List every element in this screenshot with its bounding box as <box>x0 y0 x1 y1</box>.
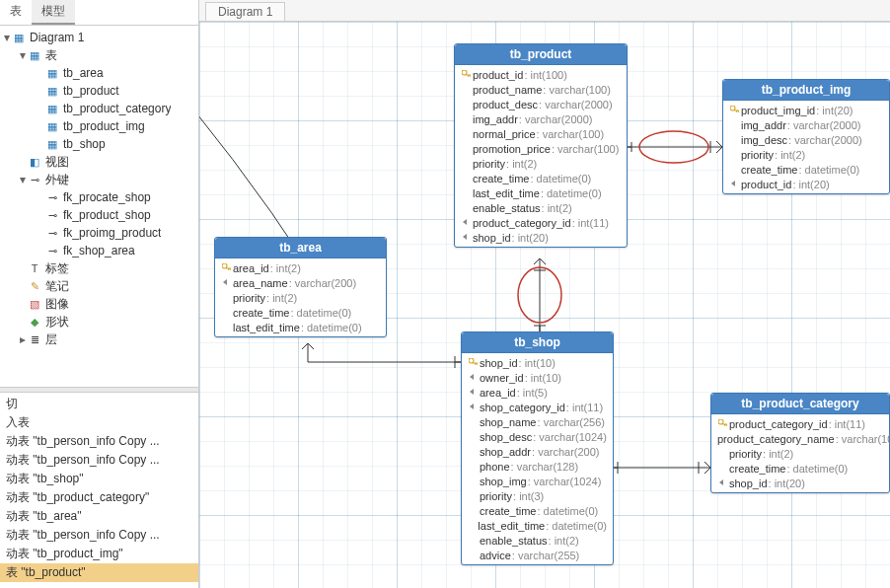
entity-field: promotion_pricevarchar(100) <box>455 141 627 156</box>
er-canvas[interactable]: tb_areaarea_idint(2)area_namevarchar(200… <box>199 22 890 588</box>
tree-notes-group[interactable]: ✎笔记 <box>0 277 198 295</box>
sidebar-tab-model[interactable]: 模型 <box>32 0 75 25</box>
field-type: int(20) <box>816 105 853 116</box>
entity-title: tb_product <box>455 44 627 65</box>
field-name: last_edit_time <box>473 187 540 199</box>
canvas-tab-diagram-1[interactable]: Diagram 1 <box>205 2 285 21</box>
field-name: create_time <box>473 173 529 184</box>
field-type: datetime(0) <box>537 505 598 517</box>
tree-table-tb-area[interactable]: ▦tb_area <box>0 64 198 82</box>
field-type: int(2) <box>542 202 572 214</box>
field-type: varchar(100) <box>552 143 619 155</box>
field-name: product_desc <box>473 99 538 110</box>
tree-fk-product-shop[interactable]: ⊸fk_product_shop <box>0 206 198 224</box>
field-name: product_category_id <box>473 217 571 229</box>
fk-icon: ⊸ <box>45 208 59 222</box>
tree-tables-group[interactable]: ▾▦ 表 <box>0 46 198 64</box>
field-type: int(20) <box>512 232 549 244</box>
field-name: priority <box>729 448 762 460</box>
field-name: priority <box>473 158 505 170</box>
tree-table-tb-product[interactable]: ▦tb_product <box>0 82 198 100</box>
entity-tb-product-img[interactable]: tb_product_imgproduct_img_idint(20)img_a… <box>722 79 890 194</box>
field-type: varchar(2000) <box>787 119 861 131</box>
entity-field: shop_category_idint(11) <box>462 400 613 414</box>
field-type: int(11) <box>829 418 865 430</box>
field-type: varchar(200) <box>289 277 356 289</box>
field-name: product_name <box>473 84 542 96</box>
tree-views-group[interactable]: ◧ 视图 <box>0 153 198 171</box>
field-type: datetime(0) <box>546 520 607 532</box>
history-item[interactable]: 动表 "tb_person_info Copy ... <box>0 526 198 545</box>
entity-tb-shop[interactable]: tb_shopshop_idint(10)owner_idint(10)area… <box>461 331 614 565</box>
field-name: priority <box>741 149 774 161</box>
entity-field: shop_addrvarchar(200) <box>462 444 613 459</box>
entity-title: tb_shop <box>462 332 613 353</box>
table-icon: ▦ <box>45 137 59 151</box>
tree-fks-group[interactable]: ▾⊸ 外键 <box>0 171 198 188</box>
svg-point-3 <box>518 267 561 323</box>
field-name: enable_status <box>480 535 548 547</box>
entity-tb-product[interactable]: tb_productproduct_idint(100)product_name… <box>454 43 628 248</box>
entity-field: priorityint(2) <box>723 147 889 162</box>
field-name: shop_name <box>480 416 537 428</box>
field-type: int(2) <box>506 158 537 170</box>
entity-field: shop_idint(20) <box>711 476 889 490</box>
table-icon: ▦ <box>45 66 59 80</box>
field-type: int(10) <box>519 357 556 369</box>
field-type: datetime(0) <box>786 463 848 475</box>
entity-field: advicevarchar(255) <box>462 548 613 562</box>
reference-icon <box>729 180 741 189</box>
entity-field: create_timedatetime(0) <box>723 162 889 177</box>
history-item[interactable]: 入表 <box>0 413 198 432</box>
field-type: int(11) <box>572 217 609 229</box>
tree-layers-group[interactable]: ▸≣层 <box>0 331 198 348</box>
field-type: int(100) <box>524 69 566 81</box>
field-name: shop_id <box>473 232 511 244</box>
entity-field: create_timedatetime(0) <box>455 171 627 185</box>
tree-table-tb-shop[interactable]: ▦tb_shop <box>0 135 198 153</box>
history-item[interactable]: 动表 "tb_shop" <box>0 470 198 488</box>
field-type: varchar(128) <box>511 461 578 473</box>
field-type: int(2) <box>763 448 793 460</box>
table-icon: ▦ <box>45 119 59 133</box>
sidebar-tab-tables[interactable]: 表 <box>0 0 32 25</box>
entity-field: last_edit_timedatetime(0) <box>455 185 627 200</box>
tree-tags-group[interactable]: T标签 <box>0 259 198 277</box>
tree-fk-procate-shop[interactable]: ⊸fk_procate_shop <box>0 188 198 206</box>
field-type: varchar(200) <box>532 446 599 458</box>
field-name: area_id <box>233 262 269 274</box>
tree-shapes-group[interactable]: ◆形状 <box>0 313 198 331</box>
entity-field: img_addrvarchar(2000) <box>723 117 889 132</box>
tree-diagram[interactable]: ▾▦ Diagram 1 <box>0 29 198 46</box>
primary-key-icon <box>717 419 729 429</box>
history-item[interactable]: 动表 "tb_product_category" <box>0 488 198 507</box>
canvas-area: Diagram 1 <box>199 0 890 588</box>
reference-icon <box>717 478 729 488</box>
entity-field: area_idint(2) <box>215 260 386 275</box>
entity-tb-area[interactable]: tb_areaarea_idint(2)area_namevarchar(200… <box>214 237 387 337</box>
field-name: product_img_id <box>741 105 815 116</box>
history-item[interactable]: 动表 "tb_person_info Copy ... <box>0 451 198 470</box>
entity-field: area_idint(5) <box>462 385 613 400</box>
entity-field: enable_statusint(2) <box>455 200 627 215</box>
field-type: varchar(100) <box>537 128 604 140</box>
history-item[interactable]: 动表 "tb_product_img" <box>0 545 198 563</box>
entity-field: create_timedatetime(0) <box>462 503 613 518</box>
tree-table-tb-product-img[interactable]: ▦tb_product_img <box>0 117 198 135</box>
field-type: int(11) <box>566 402 603 413</box>
tree-table-tb-product-category[interactable]: ▦tb_product_category <box>0 100 198 117</box>
history-item[interactable]: 动表 "tb_area" <box>0 507 198 526</box>
table-group-icon: ▦ <box>28 48 41 62</box>
tree-images-group[interactable]: ▧图像 <box>0 295 198 313</box>
svg-point-1 <box>639 131 708 163</box>
tree-fk-shop-area[interactable]: ⊸fk_shop_area <box>0 242 198 259</box>
tree-fk-proimg-product[interactable]: ⊸fk_proimg_product <box>0 224 198 242</box>
field-name: last_edit_time <box>478 520 545 532</box>
entity-tb-product-category[interactable]: tb_product_categoryproduct_category_idin… <box>710 393 890 493</box>
field-name: advice <box>480 550 511 561</box>
history-item[interactable]: 切 <box>0 395 198 413</box>
history-item[interactable]: 表 "tb_product" <box>0 563 198 582</box>
field-name: product_category_id <box>729 418 828 430</box>
canvas-tabs: Diagram 1 <box>199 0 890 22</box>
history-item[interactable]: 动表 "tb_person_info Copy ... <box>0 432 198 451</box>
